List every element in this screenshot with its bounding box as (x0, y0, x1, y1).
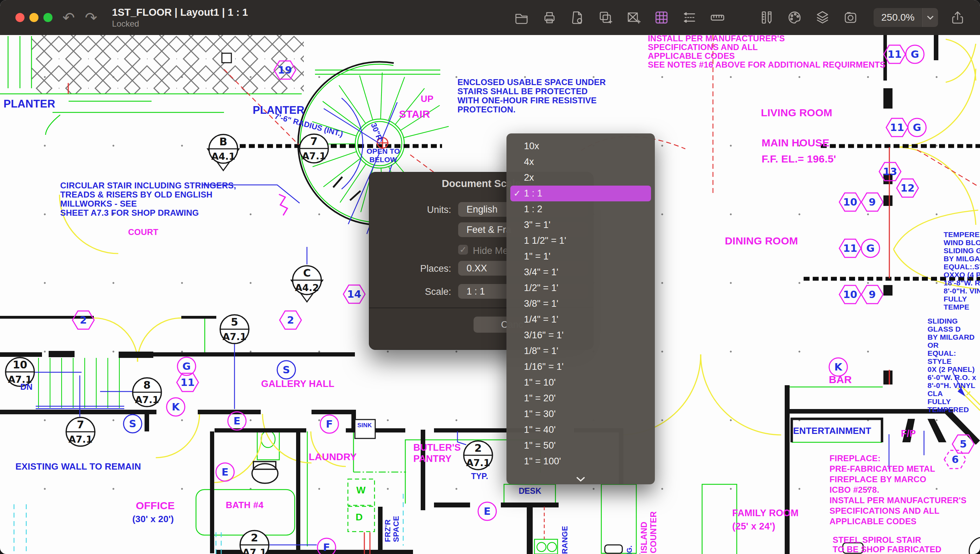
plan-label: FAMILY ROOM (25' x 24') (732, 506, 799, 533)
plan-label: W (356, 485, 366, 495)
redo-button[interactable]: ↷ (80, 9, 102, 26)
grid-icon[interactable] (653, 9, 670, 26)
minimize-button[interactable] (29, 13, 38, 22)
measure-tools-icon[interactable] (758, 9, 775, 26)
scale-option[interactable]: 1" = 100' (510, 453, 651, 469)
insert-image-icon[interactable] (625, 9, 642, 26)
window-title: 1ST_FLOOR | Layout1 | 1 : 1 (112, 7, 248, 18)
plan-label: F.F. EL.= 196.5' (762, 153, 836, 164)
plan-label: REFRIG. (626, 545, 633, 554)
scale-option[interactable]: 1 1/2" = 1' (510, 233, 651, 249)
scale-option[interactable]: 3/8" = 1' (510, 296, 651, 312)
zoom-level-value: 250.0% (873, 12, 922, 23)
plan-label: EXISTING WALL TO REMAIN (15, 461, 141, 471)
scale-option[interactable]: 1/16" = 1' (510, 359, 651, 375)
hide-checkbox-label: Hide Me (473, 246, 508, 256)
places-label: Places: (369, 263, 451, 274)
plan-label: DESK (519, 487, 541, 495)
scroll-more-icon[interactable] (506, 477, 655, 482)
page-settings-icon[interactable] (569, 9, 586, 26)
plan-label: FIREPLACE: PRE-FABRICATED METAL FIREPLAC… (829, 453, 966, 527)
plan-label: PLANTER (3, 98, 55, 110)
scale-option[interactable]: 1" = 40' (510, 422, 651, 438)
plan-label: ENCLOSED USABLE SPACE UNDER STAIRS SHALL… (457, 78, 606, 114)
plan-label: BAR (829, 374, 852, 385)
scale-option[interactable]: 1/8" = 1' (510, 343, 651, 359)
plan-label: FRZ'R SPACE (383, 516, 400, 542)
scale-option[interactable]: 1" = 1' (510, 249, 651, 264)
plan-label: SLIDING GLASS D BY MILGARD OR EQUAL: STY… (928, 317, 980, 414)
plan-label: D (356, 512, 363, 522)
app-window: 10A7.18A7.17A7.17A7.15A7.12A7.12A7.1BA4.… (0, 0, 980, 554)
scale-option[interactable]: 1/4" = 1' (510, 312, 651, 327)
scale-option[interactable]: 3" = 1' (510, 217, 651, 233)
plan-label: LAUNDRY (309, 452, 356, 462)
undo-button[interactable]: ↶ (57, 9, 80, 26)
scale-option[interactable]: 3/4" = 1' (510, 264, 651, 280)
plan-label: DINING ROOM (725, 235, 798, 246)
scale-option[interactable]: 2x (510, 170, 651, 185)
zoom-level-dropdown[interactable]: 250.0% (873, 8, 938, 27)
units-label: Units: (369, 204, 451, 216)
plan-label: ENTERTAINMENT (793, 426, 871, 436)
window-subtitle: Locked (112, 19, 248, 28)
zoom-window-button[interactable] (43, 13, 52, 22)
plan-label: 7'-6" RADIUS (INT.) (274, 112, 344, 138)
plan-label: LIVING ROOM (761, 107, 832, 118)
plan-label: RANGE (561, 526, 569, 554)
scale-option[interactable]: 1" = 50' (510, 438, 651, 453)
duplicate-layout-icon[interactable] (597, 9, 614, 26)
chevron-down-icon (922, 8, 938, 27)
plan-label: F/P (901, 429, 916, 439)
plan-label: OPEN TO BELOW (364, 147, 402, 164)
title-bar: ↶ ↷ 1ST_FLOOR | Layout1 | 1 : 1 Locked 2… (0, 0, 980, 35)
plan-label: SINK (357, 422, 372, 429)
plan-label: INSTALL PER MANUFACTURER'S SPECIFICATION… (648, 34, 886, 69)
scale-option[interactable]: 1" = 20' (510, 390, 651, 406)
toolbar: 250.0% (513, 0, 966, 35)
plan-label: (30' x 20') (132, 514, 174, 524)
layers-icon[interactable] (814, 9, 831, 26)
printer-icon[interactable] (541, 9, 558, 26)
plan-label: UP (421, 94, 434, 104)
plan-label: TEMPERED G WIND BLOCK SLIDING GLA BY MIL… (943, 230, 980, 311)
plan-label: MAIN HOUSE (762, 137, 829, 148)
plan-label: STEEL SPIROL STAIR TO BE SHOP FABRICATED (833, 535, 942, 554)
plan-label: 30"R (369, 122, 383, 142)
scale-menu-items: 10x4x2x✓1 : 11 : 23" = 1'1 1/2" = 1'1" =… (506, 138, 655, 469)
plan-label: BUTLER'S PANTRY (414, 442, 461, 465)
scale-option[interactable]: 4x (510, 154, 651, 170)
scale-option[interactable]: 1/2" = 1' (510, 280, 651, 296)
plan-label: DN (20, 382, 33, 391)
dimension-icon[interactable] (681, 9, 698, 26)
scale-option[interactable]: 3/16" = 1' (510, 327, 651, 343)
folder-icon[interactable] (513, 9, 530, 26)
hide-checkbox[interactable]: ✓ (458, 245, 468, 255)
plan-label: BATH #4 (226, 500, 264, 510)
camera-view-icon[interactable] (842, 9, 859, 26)
plan-label: COURT (128, 228, 158, 237)
plan-label: CIRCULAR STAIR INCLUDING STRINGERS, TREA… (60, 181, 236, 217)
plan-label: TYP. (471, 472, 488, 481)
scale-option[interactable]: 10x (510, 138, 651, 154)
plan-label: STAIR (399, 109, 430, 120)
scale-option[interactable]: 1" = 30' (510, 406, 651, 422)
scale-dropdown-menu: 10x4x2x✓1 : 11 : 23" = 1'1 1/2" = 1'1" =… (506, 133, 655, 484)
scale-option[interactable]: ✓1 : 1 (510, 185, 651, 201)
plan-label: GALLERY HALL (261, 379, 334, 389)
share-icon[interactable] (949, 9, 966, 26)
ruler-icon[interactable] (709, 9, 726, 26)
plan-label: OFFICE (136, 500, 175, 511)
scale-option[interactable]: 1 : 2 (510, 201, 651, 217)
color-palette-icon[interactable] (786, 9, 803, 26)
scale-label: Scale: (369, 286, 451, 297)
plan-label: ISLAND COUNTER (639, 511, 658, 553)
scale-option[interactable]: 1" = 10' (510, 375, 651, 390)
close-button[interactable] (15, 13, 24, 22)
